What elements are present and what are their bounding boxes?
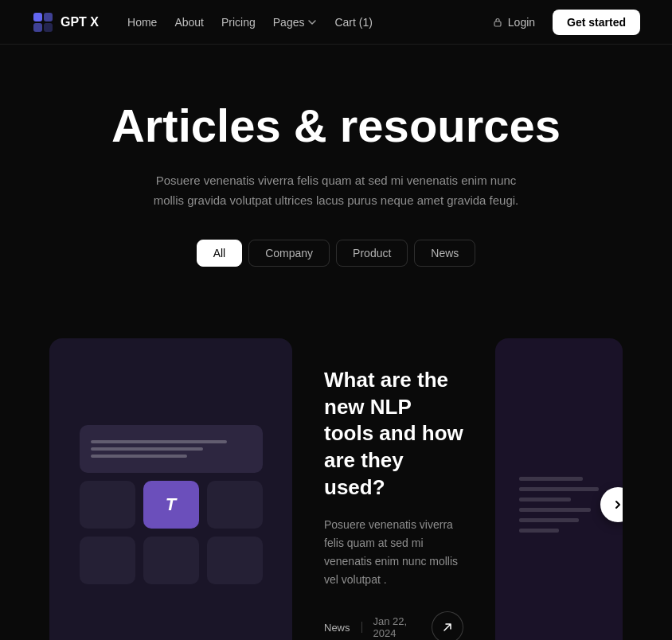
card-image-left: T (49, 338, 292, 640)
text-line-medium (91, 447, 203, 451)
carousel-section: T What are the new NLP tools and how are… (0, 338, 672, 640)
doc-line-5 (519, 518, 579, 522)
article-link-button[interactable] (432, 611, 463, 640)
hero-subtitle: Posuere venenatis viverra felis quam at … (145, 170, 527, 211)
nav-left: GPT X Home About Pricing Pages Cart (1) (32, 11, 379, 33)
grid-item-6 (207, 537, 263, 584)
svg-rect-1 (44, 13, 53, 21)
filter-company[interactable]: Company (248, 240, 330, 267)
nav-link-cart[interactable]: Cart (1) (328, 11, 378, 33)
nav-link-pages[interactable]: Pages (267, 11, 324, 33)
article-body: Posuere venenatis viverra felis quam at … (324, 516, 463, 589)
grid-item-4 (80, 537, 135, 584)
arrow-up-right-icon (441, 621, 454, 634)
grid-item-t: T (143, 481, 199, 529)
svg-rect-2 (33, 23, 42, 32)
cards-row: T What are the new NLP tools and how are… (49, 338, 623, 640)
filter-product[interactable]: Product (336, 240, 408, 267)
svg-rect-0 (33, 13, 42, 21)
navbar: GPT X Home About Pricing Pages Cart (1) … (0, 0, 672, 45)
doc-line-2 (519, 487, 599, 491)
doc-line-1 (519, 477, 583, 481)
nav-links: Home About Pricing Pages Cart (1) (121, 11, 379, 33)
filter-news[interactable]: News (414, 240, 475, 267)
nav-link-home[interactable]: Home (121, 11, 163, 33)
chevron-down-icon (307, 18, 317, 27)
filter-all[interactable]: All (197, 240, 243, 267)
get-started-button[interactable]: Get started (553, 10, 640, 35)
nav-link-pricing[interactable]: Pricing (215, 11, 262, 33)
nav-right: Login Get started (484, 10, 640, 35)
lock-icon (492, 17, 503, 28)
grid-item-1 (80, 481, 135, 529)
doc-line-3 (519, 498, 571, 501)
logo-text: GPT X (61, 15, 99, 29)
doc-line-4 (519, 508, 591, 512)
card-content-center: What are the new NLP tools and how are t… (292, 338, 495, 640)
grid-top-bar (80, 425, 263, 473)
doc-visual (503, 458, 615, 552)
text-line-long (91, 440, 228, 443)
article-title: What are the new NLP tools and how are t… (324, 367, 463, 501)
hero-section: Articles & resources Posuere venenatis v… (0, 45, 672, 338)
login-button[interactable]: Login (484, 11, 543, 33)
card-image-right (495, 338, 623, 640)
filter-tabs: All Company Product News (32, 240, 640, 267)
meta-divider (361, 622, 362, 633)
grid-item-5 (143, 537, 199, 584)
article-date: Jan 22, 2024 (373, 615, 432, 639)
chevron-right-icon (611, 498, 623, 512)
card-tags: News Jan 22, 2024 (324, 615, 432, 639)
svg-rect-4 (494, 21, 501, 26)
logo[interactable]: GPT X (32, 11, 99, 33)
card-grid: T (64, 409, 279, 600)
text-line-short (91, 455, 187, 458)
svg-rect-3 (44, 23, 53, 32)
doc-line-6 (519, 529, 559, 533)
article-category: News (324, 622, 350, 634)
grid-item-3 (207, 481, 263, 529)
nav-link-about[interactable]: About (168, 11, 210, 33)
page-title: Articles & resources (32, 100, 640, 151)
logo-icon (32, 11, 54, 33)
card-meta: News Jan 22, 2024 (324, 611, 463, 640)
